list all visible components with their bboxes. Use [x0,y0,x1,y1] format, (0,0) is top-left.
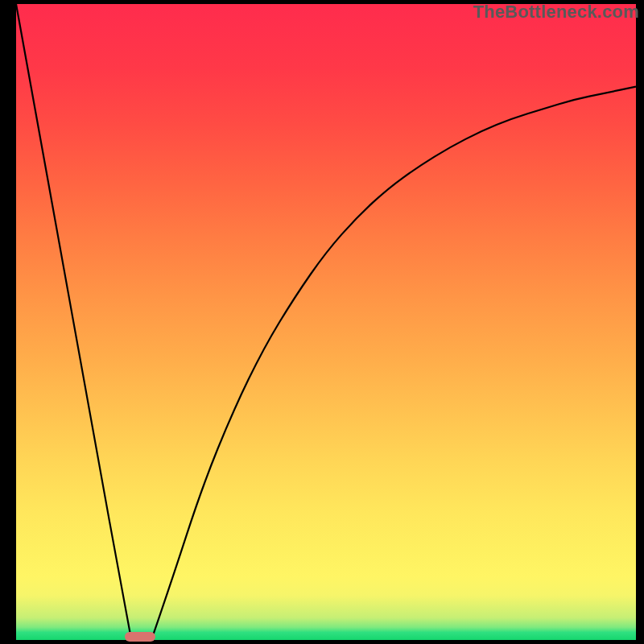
minimum-marker [125,632,156,642]
curve-right-branch [152,87,636,637]
chart-curves [16,4,636,640]
chart-frame [16,4,636,640]
watermark-text: TheBottleneck.com [473,2,639,23]
curve-left-branch [16,4,130,637]
